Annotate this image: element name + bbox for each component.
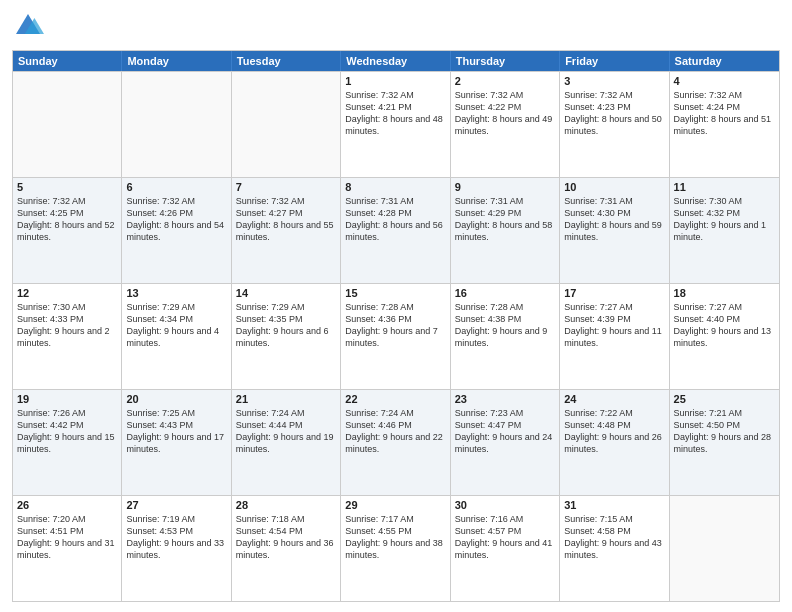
cell-day-number: 24 <box>564 393 664 405</box>
calendar-cell: 23Sunrise: 7:23 AM Sunset: 4:47 PM Dayli… <box>451 390 560 495</box>
cell-day-number: 28 <box>236 499 336 511</box>
cal-header-cell-thursday: Thursday <box>451 51 560 71</box>
calendar-cell <box>232 72 341 177</box>
cell-day-number: 5 <box>17 181 117 193</box>
calendar-cell: 2Sunrise: 7:32 AM Sunset: 4:22 PM Daylig… <box>451 72 560 177</box>
cell-day-number: 11 <box>674 181 775 193</box>
cell-day-number: 21 <box>236 393 336 405</box>
calendar-cell: 12Sunrise: 7:30 AM Sunset: 4:33 PM Dayli… <box>13 284 122 389</box>
cell-info: Sunrise: 7:30 AM Sunset: 4:32 PM Dayligh… <box>674 195 775 244</box>
cell-info: Sunrise: 7:19 AM Sunset: 4:53 PM Dayligh… <box>126 513 226 562</box>
cell-info: Sunrise: 7:32 AM Sunset: 4:24 PM Dayligh… <box>674 89 775 138</box>
calendar-row-5: 26Sunrise: 7:20 AM Sunset: 4:51 PM Dayli… <box>13 495 779 601</box>
calendar-cell <box>13 72 122 177</box>
cell-day-number: 14 <box>236 287 336 299</box>
cell-day-number: 7 <box>236 181 336 193</box>
cell-info: Sunrise: 7:31 AM Sunset: 4:28 PM Dayligh… <box>345 195 445 244</box>
page-container: SundayMondayTuesdayWednesdayThursdayFrid… <box>0 0 792 612</box>
logo <box>12 10 48 42</box>
cell-info: Sunrise: 7:32 AM Sunset: 4:27 PM Dayligh… <box>236 195 336 244</box>
calendar-cell: 1Sunrise: 7:32 AM Sunset: 4:21 PM Daylig… <box>341 72 450 177</box>
calendar-cell <box>670 496 779 601</box>
cell-info: Sunrise: 7:20 AM Sunset: 4:51 PM Dayligh… <box>17 513 117 562</box>
cell-info: Sunrise: 7:15 AM Sunset: 4:58 PM Dayligh… <box>564 513 664 562</box>
cell-day-number: 22 <box>345 393 445 405</box>
cell-day-number: 1 <box>345 75 445 87</box>
cell-day-number: 15 <box>345 287 445 299</box>
calendar-cell: 7Sunrise: 7:32 AM Sunset: 4:27 PM Daylig… <box>232 178 341 283</box>
cell-day-number: 10 <box>564 181 664 193</box>
calendar-cell: 15Sunrise: 7:28 AM Sunset: 4:36 PM Dayli… <box>341 284 450 389</box>
cell-info: Sunrise: 7:31 AM Sunset: 4:29 PM Dayligh… <box>455 195 555 244</box>
cal-header-cell-tuesday: Tuesday <box>232 51 341 71</box>
calendar-cell: 22Sunrise: 7:24 AM Sunset: 4:46 PM Dayli… <box>341 390 450 495</box>
cell-day-number: 30 <box>455 499 555 511</box>
cell-info: Sunrise: 7:32 AM Sunset: 4:22 PM Dayligh… <box>455 89 555 138</box>
cal-header-cell-saturday: Saturday <box>670 51 779 71</box>
calendar-cell: 16Sunrise: 7:28 AM Sunset: 4:38 PM Dayli… <box>451 284 560 389</box>
calendar-cell: 17Sunrise: 7:27 AM Sunset: 4:39 PM Dayli… <box>560 284 669 389</box>
calendar-cell: 14Sunrise: 7:29 AM Sunset: 4:35 PM Dayli… <box>232 284 341 389</box>
calendar-row-4: 19Sunrise: 7:26 AM Sunset: 4:42 PM Dayli… <box>13 389 779 495</box>
calendar-cell: 27Sunrise: 7:19 AM Sunset: 4:53 PM Dayli… <box>122 496 231 601</box>
cell-info: Sunrise: 7:28 AM Sunset: 4:38 PM Dayligh… <box>455 301 555 350</box>
cell-day-number: 27 <box>126 499 226 511</box>
cell-day-number: 29 <box>345 499 445 511</box>
cell-info: Sunrise: 7:32 AM Sunset: 4:21 PM Dayligh… <box>345 89 445 138</box>
cell-info: Sunrise: 7:22 AM Sunset: 4:48 PM Dayligh… <box>564 407 664 456</box>
cell-info: Sunrise: 7:27 AM Sunset: 4:39 PM Dayligh… <box>564 301 664 350</box>
cell-info: Sunrise: 7:29 AM Sunset: 4:35 PM Dayligh… <box>236 301 336 350</box>
calendar-cell: 6Sunrise: 7:32 AM Sunset: 4:26 PM Daylig… <box>122 178 231 283</box>
cell-info: Sunrise: 7:28 AM Sunset: 4:36 PM Dayligh… <box>345 301 445 350</box>
cell-info: Sunrise: 7:25 AM Sunset: 4:43 PM Dayligh… <box>126 407 226 456</box>
calendar-cell: 11Sunrise: 7:30 AM Sunset: 4:32 PM Dayli… <box>670 178 779 283</box>
calendar-row-2: 5Sunrise: 7:32 AM Sunset: 4:25 PM Daylig… <box>13 177 779 283</box>
calendar-cell: 21Sunrise: 7:24 AM Sunset: 4:44 PM Dayli… <box>232 390 341 495</box>
calendar: SundayMondayTuesdayWednesdayThursdayFrid… <box>12 50 780 602</box>
cell-info: Sunrise: 7:26 AM Sunset: 4:42 PM Dayligh… <box>17 407 117 456</box>
cell-day-number: 26 <box>17 499 117 511</box>
calendar-cell: 19Sunrise: 7:26 AM Sunset: 4:42 PM Dayli… <box>13 390 122 495</box>
calendar-cell: 9Sunrise: 7:31 AM Sunset: 4:29 PM Daylig… <box>451 178 560 283</box>
calendar-cell: 30Sunrise: 7:16 AM Sunset: 4:57 PM Dayli… <box>451 496 560 601</box>
cal-header-cell-sunday: Sunday <box>13 51 122 71</box>
cell-info: Sunrise: 7:32 AM Sunset: 4:26 PM Dayligh… <box>126 195 226 244</box>
cell-info: Sunrise: 7:24 AM Sunset: 4:44 PM Dayligh… <box>236 407 336 456</box>
cell-day-number: 20 <box>126 393 226 405</box>
cell-info: Sunrise: 7:16 AM Sunset: 4:57 PM Dayligh… <box>455 513 555 562</box>
cell-day-number: 18 <box>674 287 775 299</box>
cell-info: Sunrise: 7:27 AM Sunset: 4:40 PM Dayligh… <box>674 301 775 350</box>
cell-day-number: 2 <box>455 75 555 87</box>
calendar-cell: 8Sunrise: 7:31 AM Sunset: 4:28 PM Daylig… <box>341 178 450 283</box>
cell-info: Sunrise: 7:30 AM Sunset: 4:33 PM Dayligh… <box>17 301 117 350</box>
cell-info: Sunrise: 7:21 AM Sunset: 4:50 PM Dayligh… <box>674 407 775 456</box>
cell-info: Sunrise: 7:32 AM Sunset: 4:23 PM Dayligh… <box>564 89 664 138</box>
cell-day-number: 25 <box>674 393 775 405</box>
calendar-header: SundayMondayTuesdayWednesdayThursdayFrid… <box>13 51 779 71</box>
calendar-cell: 5Sunrise: 7:32 AM Sunset: 4:25 PM Daylig… <box>13 178 122 283</box>
calendar-cell: 25Sunrise: 7:21 AM Sunset: 4:50 PM Dayli… <box>670 390 779 495</box>
calendar-cell: 3Sunrise: 7:32 AM Sunset: 4:23 PM Daylig… <box>560 72 669 177</box>
calendar-cell: 4Sunrise: 7:32 AM Sunset: 4:24 PM Daylig… <box>670 72 779 177</box>
cell-info: Sunrise: 7:18 AM Sunset: 4:54 PM Dayligh… <box>236 513 336 562</box>
cell-day-number: 6 <box>126 181 226 193</box>
calendar-cell: 10Sunrise: 7:31 AM Sunset: 4:30 PM Dayli… <box>560 178 669 283</box>
calendar-cell: 29Sunrise: 7:17 AM Sunset: 4:55 PM Dayli… <box>341 496 450 601</box>
cell-day-number: 16 <box>455 287 555 299</box>
cal-header-cell-wednesday: Wednesday <box>341 51 450 71</box>
cell-info: Sunrise: 7:29 AM Sunset: 4:34 PM Dayligh… <box>126 301 226 350</box>
cell-day-number: 4 <box>674 75 775 87</box>
cell-day-number: 19 <box>17 393 117 405</box>
cell-info: Sunrise: 7:32 AM Sunset: 4:25 PM Dayligh… <box>17 195 117 244</box>
calendar-body: 1Sunrise: 7:32 AM Sunset: 4:21 PM Daylig… <box>13 71 779 601</box>
calendar-cell: 18Sunrise: 7:27 AM Sunset: 4:40 PM Dayli… <box>670 284 779 389</box>
calendar-cell: 31Sunrise: 7:15 AM Sunset: 4:58 PM Dayli… <box>560 496 669 601</box>
calendar-cell: 13Sunrise: 7:29 AM Sunset: 4:34 PM Dayli… <box>122 284 231 389</box>
cell-info: Sunrise: 7:17 AM Sunset: 4:55 PM Dayligh… <box>345 513 445 562</box>
cal-header-cell-monday: Monday <box>122 51 231 71</box>
cell-day-number: 9 <box>455 181 555 193</box>
calendar-cell: 28Sunrise: 7:18 AM Sunset: 4:54 PM Dayli… <box>232 496 341 601</box>
calendar-cell: 20Sunrise: 7:25 AM Sunset: 4:43 PM Dayli… <box>122 390 231 495</box>
cell-day-number: 23 <box>455 393 555 405</box>
calendar-cell: 26Sunrise: 7:20 AM Sunset: 4:51 PM Dayli… <box>13 496 122 601</box>
